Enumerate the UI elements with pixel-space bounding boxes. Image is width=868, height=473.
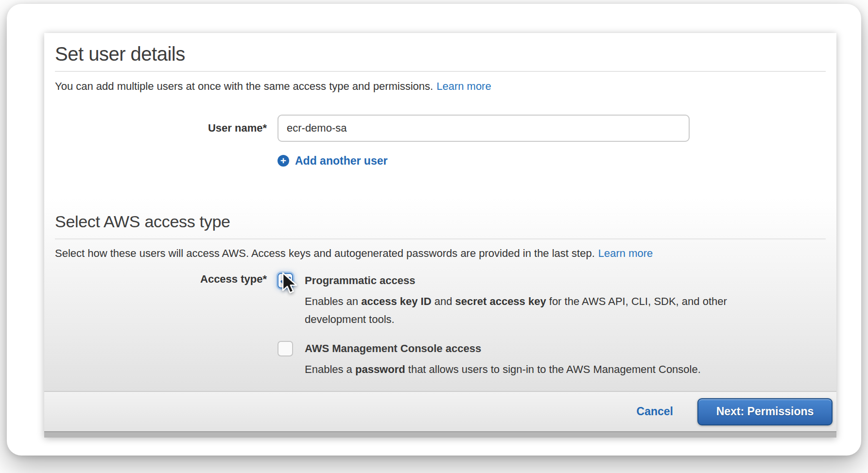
intro-text: You can add multiple users at once with …: [55, 78, 826, 94]
programmatic-access-description: Enables an access key ID and secret acce…: [305, 292, 752, 328]
next-permissions-button[interactable]: Next: Permissions: [697, 398, 833, 425]
panel-content: Set user details You can add multiple us…: [44, 33, 836, 391]
user-name-label: User name*: [55, 115, 267, 142]
access-intro-text-body: Select how these users will access AWS. …: [55, 247, 595, 259]
access-type-options: Programmatic access Enables an access ke…: [278, 272, 752, 378]
access-learn-more-link[interactable]: Learn more: [598, 247, 653, 259]
access-intro-text: Select how these users will access AWS. …: [55, 245, 826, 261]
add-another-user-label: Add another user: [295, 154, 387, 167]
console-access-description: Enables a password that allows users to …: [305, 360, 701, 378]
wizard-footer: Cancel Next: Permissions: [44, 391, 836, 431]
bottom-edge-bar: [44, 431, 836, 438]
divider: [55, 238, 826, 239]
user-name-row: User name*: [55, 115, 826, 142]
screenshot-frame: Set user details You can add multiple us…: [7, 4, 861, 456]
cancel-button[interactable]: Cancel: [637, 405, 673, 418]
programmatic-access-checkbox[interactable]: [278, 273, 293, 288]
access-type-label: Access type*: [55, 272, 267, 378]
add-another-user-button[interactable]: + Add another user: [278, 154, 826, 167]
set-user-details-panel: Set user details You can add multiple us…: [44, 33, 836, 438]
access-type-row: Access type* Programmatic access Enables…: [55, 272, 826, 378]
access-section-title: Select AWS access type: [55, 212, 826, 232]
programmatic-access-title: Programmatic access: [305, 272, 752, 289]
check-icon: [279, 275, 292, 287]
user-name-input[interactable]: [278, 115, 690, 142]
learn-more-link[interactable]: Learn more: [436, 80, 491, 92]
page-title: Set user details: [55, 43, 826, 65]
option-console-access: AWS Management Console access Enables a …: [278, 340, 752, 378]
console-access-title: AWS Management Console access: [305, 340, 701, 357]
intro-text-body: You can add multiple users at once with …: [55, 80, 433, 92]
console-access-checkbox[interactable]: [278, 341, 293, 356]
option-programmatic-access: Programmatic access Enables an access ke…: [278, 272, 752, 328]
plus-circle-icon: +: [278, 155, 289, 167]
divider: [55, 71, 826, 72]
